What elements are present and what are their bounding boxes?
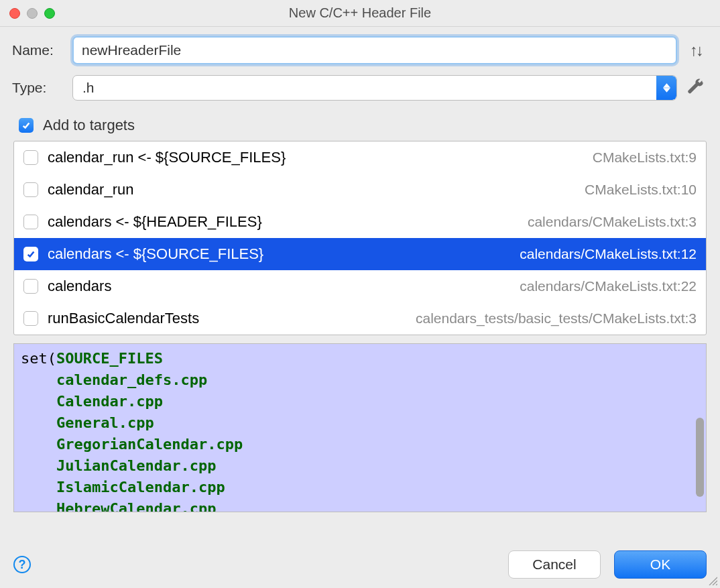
add-to-targets-checkbox[interactable] [19, 118, 34, 133]
target-row[interactable]: runBasicCalendarTestscalendars_tests/bas… [14, 302, 706, 335]
add-to-targets-row: Add to targets [19, 117, 708, 134]
dialog-content: Name: ↑↓ Type: .h Add to targets ca [0, 27, 720, 541]
help-icon[interactable]: ? [13, 556, 31, 573]
traffic-lights [9, 8, 55, 19]
target-row[interactable]: calendars <- ${HEADER_FILES}calendars/CM… [14, 206, 706, 238]
target-label: calendars <- ${HEADER_FILES} [48, 213, 528, 231]
target-row[interactable]: calendar_runCMakeLists.txt:10 [14, 174, 706, 206]
target-label: calendar_run <- ${SOURCE_FILES} [48, 149, 593, 166]
target-checkbox[interactable] [23, 182, 38, 197]
code-preview: set(SOURCE_FILES calendar_defs.cpp Calen… [13, 343, 707, 512]
svg-line-2 [716, 584, 717, 585]
target-path: calendars/CMakeLists.txt:3 [528, 214, 697, 230]
titlebar: New C/C++ Header File [0, 0, 720, 27]
target-row[interactable]: calendar_run <- ${SOURCE_FILES}CMakeList… [14, 141, 706, 174]
target-path: CMakeLists.txt:9 [593, 150, 697, 166]
cancel-button[interactable]: Cancel [508, 550, 601, 579]
target-label: runBasicCalendarTests [48, 310, 416, 327]
target-path: calendars/CMakeLists.txt:22 [520, 278, 697, 294]
target-path: calendars/CMakeLists.txt:12 [520, 246, 697, 262]
target-label: calendars [48, 278, 520, 295]
add-to-targets-label: Add to targets [43, 117, 135, 134]
scrollbar-thumb[interactable] [696, 418, 704, 497]
ok-button[interactable]: OK [614, 550, 707, 579]
name-row: Name: ↑↓ [12, 36, 708, 64]
zoom-icon[interactable] [44, 8, 55, 19]
target-checkbox[interactable] [23, 279, 38, 294]
minimize-icon[interactable] [27, 8, 38, 19]
target-label: calendars <- ${SOURCE_FILES} [48, 245, 520, 263]
target-checkbox[interactable] [23, 311, 38, 326]
dialog-footer: ? Cancel OK [0, 541, 720, 588]
target-checkbox[interactable] [23, 150, 38, 165]
sort-toggle-icon[interactable]: ↑↓ [684, 41, 708, 60]
target-checkbox[interactable] [23, 247, 38, 261]
code-text: set(SOURCE_FILES calendar_defs.cpp Calen… [14, 344, 706, 512]
resize-handle-icon[interactable] [707, 575, 717, 585]
close-icon[interactable] [9, 8, 20, 19]
wrench-icon[interactable] [684, 78, 708, 98]
target-checkbox[interactable] [23, 215, 38, 229]
name-label: Name: [12, 42, 72, 58]
type-combobox[interactable]: .h [72, 75, 677, 101]
name-input[interactable] [72, 36, 677, 64]
target-path: CMakeLists.txt:10 [585, 182, 697, 198]
type-value: .h [73, 80, 656, 96]
target-row[interactable]: calendarscalendars/CMakeLists.txt:22 [14, 270, 706, 302]
dialog-window: New C/C++ Header File Name: ↑↓ Type: .h [0, 0, 720, 588]
type-label: Type: [12, 80, 72, 96]
chevron-up-down-icon[interactable] [656, 76, 676, 100]
target-row[interactable]: calendars <- ${SOURCE_FILES}calendars/CM… [14, 238, 706, 270]
targets-list: calendar_run <- ${SOURCE_FILES}CMakeList… [13, 141, 707, 335]
window-title: New C/C++ Header File [0, 5, 720, 21]
target-path: calendars_tests/basic_tests/CMakeLists.t… [416, 310, 697, 327]
target-label: calendar_run [48, 181, 585, 198]
type-row: Type: .h [12, 75, 708, 101]
